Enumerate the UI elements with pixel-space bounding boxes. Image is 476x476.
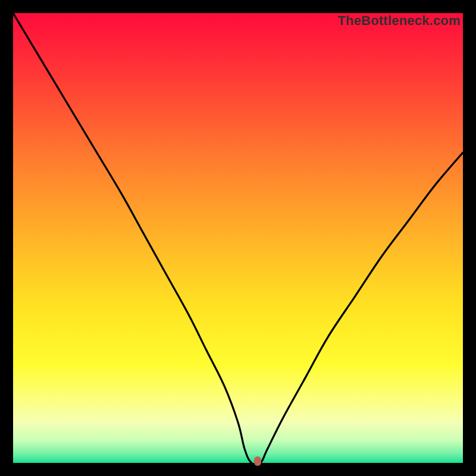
chart-frame: TheBottleneck.com xyxy=(0,0,476,476)
bottleneck-curve xyxy=(13,13,463,463)
optimum-marker xyxy=(254,456,261,466)
plot-area: TheBottleneck.com xyxy=(13,13,463,463)
